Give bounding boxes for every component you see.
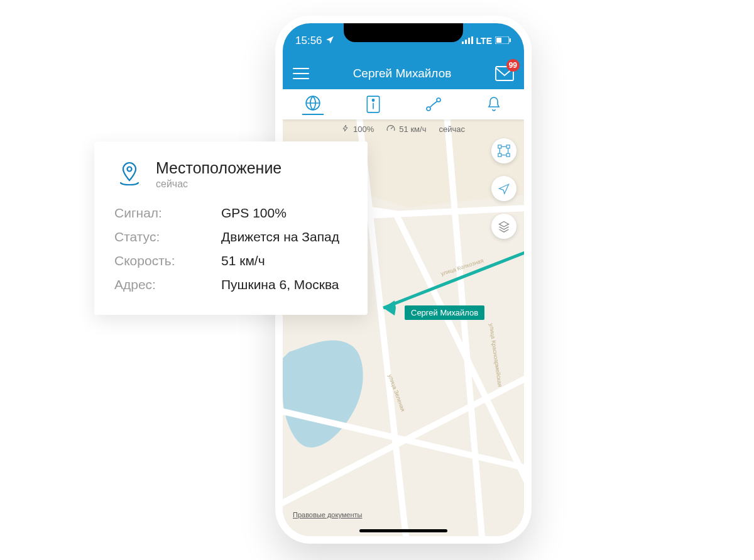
svg-point-10 [372, 99, 374, 101]
home-indicator [359, 529, 447, 532]
tab-routes[interactable] [423, 94, 444, 115]
map-status-line: 100% 51 км/ч сейчас [283, 124, 524, 134]
svg-rect-3 [471, 36, 473, 44]
row-speed: Скорость: 51 км/ч [114, 253, 347, 268]
battery-icon [495, 36, 511, 46]
inbox-button[interactable]: 99 [495, 66, 514, 81]
svg-rect-17 [506, 145, 510, 148]
row-address: Адрес: Пушкина 6, Москва [114, 277, 347, 292]
status-time: 15:56 [295, 35, 322, 47]
map-shapes-button[interactable] [491, 138, 516, 163]
legal-link[interactable]: Правовые документы [293, 511, 362, 519]
map-battery: 100% [353, 124, 374, 134]
value-status: Движется на Запад [221, 229, 339, 244]
value-speed: 51 км/ч [221, 253, 265, 268]
label-address: Адрес: [114, 277, 221, 292]
svg-rect-16 [498, 145, 501, 148]
tab-map[interactable] [302, 94, 324, 115]
menu-button[interactable] [293, 68, 309, 79]
signal-bars-icon [462, 36, 473, 46]
network-label: LTE [476, 36, 492, 46]
tab-info[interactable] [363, 94, 384, 115]
map-speed: 51 км/ч [399, 124, 426, 134]
svg-rect-0 [462, 41, 464, 44]
location-card: Местоположение сейчас Сигнал: GPS 100% С… [94, 141, 368, 315]
map-person-label[interactable]: Сергей Михайлов [405, 305, 484, 320]
label-speed: Скорость: [114, 253, 221, 268]
svg-rect-18 [498, 153, 501, 156]
svg-rect-6 [510, 38, 511, 42]
phone-notch [344, 23, 463, 42]
location-arrow-icon [325, 35, 334, 47]
bolt-icon [342, 124, 349, 134]
tab-bar [283, 89, 524, 119]
row-status: Статус: Движется на Запад [114, 229, 347, 244]
value-address: Пушкина 6, Москва [221, 277, 339, 292]
map-time: сейчас [439, 124, 465, 134]
label-status: Статус: [114, 229, 221, 244]
map-locate-button[interactable] [491, 176, 516, 201]
tab-alerts[interactable] [483, 94, 505, 115]
header-title: Сергей Михайлов [353, 67, 452, 80]
value-signal: GPS 100% [221, 206, 287, 221]
app-header: Сергей Михайлов 99 [283, 58, 524, 89]
svg-rect-5 [496, 38, 501, 43]
row-signal: Сигнал: GPS 100% [114, 206, 347, 221]
map-layers-button[interactable] [491, 214, 516, 239]
gauge-icon [386, 124, 395, 134]
label-signal: Сигнал: [114, 206, 221, 221]
card-subtitle: сейчас [156, 178, 281, 190]
svg-point-20 [128, 167, 132, 172]
svg-rect-1 [465, 40, 467, 44]
inbox-badge: 99 [506, 59, 520, 72]
svg-rect-2 [468, 38, 470, 44]
location-pin-icon [114, 159, 145, 192]
card-title: Местоположение [156, 159, 281, 177]
svg-rect-19 [506, 153, 510, 156]
